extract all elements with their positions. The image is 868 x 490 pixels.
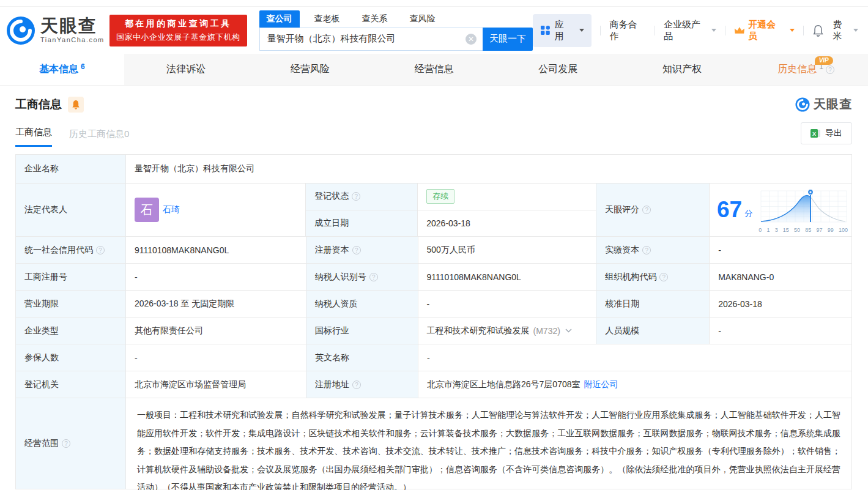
logo-domain: TianYanCha.com (40, 37, 105, 43)
field-value-reg-capital: 500万人民币 (418, 237, 597, 264)
nav-tab-label: 知识产权 (662, 63, 702, 76)
help-icon[interactable]: ? (352, 380, 361, 389)
nav-tab-operating-info[interactable]: 经营信息 (372, 54, 496, 85)
help-icon[interactable]: ? (642, 246, 651, 254)
header: 天眼查 TianYanCha.com 都在用的商业查询工具 国家中小企业发展子基… (0, 7, 868, 54)
industry-code: (M732) (533, 326, 560, 336)
apps-label: 应用 (555, 19, 573, 42)
field-label-reg-capital: 注册资本? (306, 237, 418, 264)
help-icon[interactable]: ? (352, 246, 361, 254)
nav-tab-label: 经营风险 (291, 63, 330, 76)
help-icon[interactable]: ? (369, 273, 378, 281)
bell-icon (72, 100, 80, 110)
header-menu: 应用 商务合作 企业级产品 开通会员 费米 (533, 14, 858, 47)
watermark-logo: 天眼查 (795, 96, 852, 113)
legal-rep-link[interactable]: 石琦 (163, 204, 180, 215)
field-label-approval-date: 核准日期 (596, 291, 710, 317)
open-vip-button[interactable]: 开通会员 (734, 19, 795, 42)
score-chart-tick: 85 (805, 227, 811, 233)
legal-rep-avatar[interactable]: 石 (135, 198, 159, 222)
nav-tab-company-development[interactable]: 公司发展 (496, 54, 620, 85)
search-input[interactable] (259, 28, 483, 51)
menu-item-business-cooperation[interactable]: 商务合作 (609, 19, 646, 42)
search-tab-relation[interactable]: 查关系 (355, 10, 395, 28)
field-label-reg-number: 工商注册号 (16, 264, 126, 291)
export-button[interactable]: X 导出 (801, 122, 852, 144)
score-chart-tick: 99 (828, 227, 834, 233)
search-tab-boss[interactable]: 查老板 (307, 10, 347, 28)
nav-tab-history-info[interactable]: VIP 历史信息 1 ? (744, 54, 868, 85)
export-label: 导出 (825, 128, 842, 139)
field-value-est-date: 2026-03-18 (418, 210, 596, 237)
watermark-text: 天眼查 (814, 96, 852, 113)
divider (803, 26, 804, 35)
search-tab-risk[interactable]: 查风险 (402, 10, 443, 28)
nav-tab-legal[interactable]: 法律诉讼 (124, 54, 248, 85)
field-value-insured: - (126, 344, 306, 371)
nearby-companies-link[interactable]: 附近公司 (584, 379, 618, 390)
user-menu[interactable]: 费米 (833, 19, 858, 42)
help-icon[interactable]: ? (96, 246, 105, 254)
score-chart-tick: 0 (759, 227, 762, 233)
field-label-uscc: 统一社会信用代码? (16, 237, 126, 264)
chevron-down-icon (790, 29, 795, 32)
field-label-legal-rep: 法定代表人 (16, 184, 126, 237)
field-label-company-type: 企业类型 (16, 317, 126, 344)
score-unit: 分 (744, 208, 752, 219)
search-tabs: 查公司 查老板 查关系 查风险 (259, 10, 533, 28)
nav-tab-basic-info[interactable]: 基本信息 6 (0, 54, 124, 85)
chevron-down-icon[interactable] (565, 329, 572, 333)
field-value-taxpayer-id: 91110108MAK8NANG0L (418, 264, 597, 291)
chevron-down-icon (579, 29, 584, 32)
field-value-address: 北京市海淀区上地信息路26号7层0708室 附近公司 (418, 371, 852, 398)
search-tab-company[interactable]: 查公司 (259, 10, 300, 28)
promo-banner[interactable]: 都在用的商业查询工具 国家中小企业发展子基金旗下机构 (109, 15, 247, 46)
clear-icon[interactable]: ✕ (466, 34, 477, 45)
divider (725, 26, 725, 35)
field-value-org-code: MAK8NANG-0 (710, 264, 852, 291)
apps-grid-icon (540, 25, 551, 35)
nav-tab-label: 法律诉讼 (166, 63, 206, 76)
tianyancha-logo[interactable]: 天眼查 TianYanCha.com (6, 16, 105, 45)
field-value-approval-date: 2026-03-18 (710, 291, 852, 317)
help-icon[interactable]: ? (642, 206, 651, 214)
score-value: 67 (717, 197, 742, 223)
chevron-down-icon (711, 29, 716, 32)
subtab-history-business-info[interactable]: 历史工商信息0 (69, 128, 129, 147)
nav-tab-intellectual-property[interactable]: 知识产权 (620, 54, 744, 85)
help-icon[interactable]: ? (62, 439, 70, 448)
field-value-uscc: 91110108MAK8NANG0L (126, 237, 306, 264)
business-info-table: 企业名称 量智开物（北京）科技有限公司 法定代表人 石 石琦 登记状态? 存续 … (15, 154, 852, 489)
menu-item-enterprise-products[interactable]: 企业级产品 (664, 19, 716, 42)
nav-tab-operating-risk[interactable]: 经营风险 (248, 54, 372, 85)
score-chart-tick: 100 (839, 227, 848, 233)
section-title: 工商信息 (15, 97, 62, 113)
field-label-industry: 国标行业 (306, 317, 418, 344)
top-divider (0, 0, 868, 7)
bell-icon (812, 24, 824, 37)
help-icon[interactable]: ? (352, 192, 360, 201)
nav-tab-count: 6 (81, 62, 85, 71)
help-icon[interactable]: ? (659, 273, 668, 281)
vip-crown-icon (734, 26, 745, 35)
field-value-company-type: 其他有限责任公司 (126, 317, 306, 344)
divider (600, 26, 601, 35)
score-chart-tick: 97 (817, 227, 823, 233)
search-button[interactable]: 天眼一下 (483, 28, 533, 51)
score-chart-tick: 1 (766, 227, 770, 233)
field-label-taxpayer-quality: 纳税人资质 (306, 291, 418, 317)
field-label-company-name: 企业名称 (16, 155, 126, 184)
field-value-reg-number: - (126, 264, 306, 291)
field-label-est-date: 成立日期 (306, 210, 418, 237)
subtab-business-info[interactable]: 工商信息 (15, 127, 52, 147)
notifications-button[interactable] (812, 24, 824, 37)
field-label-address: 注册地址? (306, 371, 418, 398)
chevron-down-icon (853, 29, 858, 32)
apps-button[interactable]: 应用 (533, 14, 592, 47)
field-label-paid-capital: 实缴资本? (596, 237, 710, 264)
help-icon[interactable]: ? (826, 65, 834, 74)
monitor-bell-button[interactable] (68, 97, 84, 113)
tianyancha-logo-icon (795, 97, 810, 112)
company-nav-tabs: 基本信息 6 法律诉讼 经营风险 经营信息 公司发展 知识产权 VIP 历史信息… (0, 54, 868, 86)
score-distribution-chart: 0131550859799100 (757, 187, 849, 233)
